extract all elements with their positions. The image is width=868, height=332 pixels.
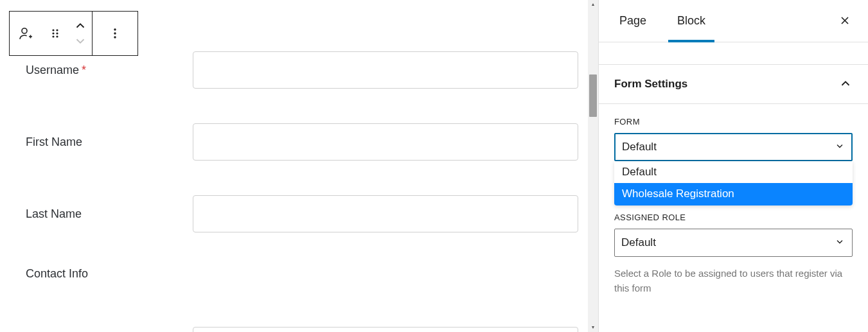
svg-point-7 xyxy=(114,28,116,30)
svg-point-2 xyxy=(56,29,58,31)
field-label: Last Name xyxy=(26,207,193,221)
editor-canvas: Username* First Name Last Name Contact I… xyxy=(0,0,588,332)
drag-handle-button[interactable] xyxy=(42,12,69,55)
email-input[interactable] xyxy=(193,327,578,332)
field-row-contactinfo: Contact Info xyxy=(26,267,578,281)
scroll-down-arrow[interactable]: ▾ xyxy=(588,323,598,332)
block-toolbar xyxy=(9,11,138,56)
more-vertical-icon xyxy=(107,26,123,41)
required-asterisk: * xyxy=(82,64,86,76)
firstname-input[interactable] xyxy=(193,123,578,161)
move-up-button[interactable] xyxy=(73,18,87,33)
svg-point-9 xyxy=(114,36,116,38)
tab-block[interactable]: Block xyxy=(668,0,714,42)
form-option-default[interactable]: Default xyxy=(614,161,853,183)
chevron-up-icon xyxy=(838,76,853,92)
svg-point-0 xyxy=(22,28,27,33)
assigned-role-select[interactable]: Default xyxy=(614,229,853,257)
close-sidebar-button[interactable] xyxy=(837,13,853,28)
block-icon-button[interactable] xyxy=(10,12,42,55)
form-fields: Username* First Name Last Name Contact I… xyxy=(26,51,578,332)
field-row-username: Username* xyxy=(26,51,578,89)
close-icon xyxy=(838,14,851,27)
lastname-input[interactable] xyxy=(193,195,578,232)
sidebar-tabs: Page Block xyxy=(599,0,868,42)
assigned-role-help: Select a Role to be assigned to users th… xyxy=(614,266,853,296)
user-plus-icon xyxy=(18,26,33,41)
svg-point-3 xyxy=(52,32,54,34)
tab-page[interactable]: Page xyxy=(610,0,655,42)
field-label: Username* xyxy=(26,64,193,77)
panel-body: FORM Default Default Wholesale Registrat… xyxy=(599,104,868,302)
scroll-up-arrow[interactable]: ▴ xyxy=(588,0,598,9)
svg-point-6 xyxy=(56,35,58,37)
form-select[interactable]: Default Default Wholesale Registration xyxy=(614,133,853,161)
assigned-role-value: Default xyxy=(621,236,656,249)
panel-toggle-form-settings[interactable]: Form Settings xyxy=(599,64,868,104)
more-options-button[interactable] xyxy=(93,12,137,55)
field-row-email: E-mail* xyxy=(26,327,578,332)
username-input[interactable] xyxy=(193,51,578,89)
svg-point-1 xyxy=(52,29,54,31)
form-select-dropdown: Default Wholesale Registration xyxy=(614,161,853,205)
scrollbar-thumb[interactable] xyxy=(589,74,597,117)
settings-sidebar: Page Block Form Settings FORM Default De… xyxy=(598,0,868,332)
field-row-lastname: Last Name xyxy=(26,195,578,232)
form-select-value: Default xyxy=(622,141,657,153)
panel-title: Form Settings xyxy=(614,78,687,91)
section-heading-label: Contact Info xyxy=(26,267,193,281)
field-label: First Name xyxy=(26,135,193,149)
form-option-wholesale[interactable]: Wholesale Registration xyxy=(614,183,853,205)
assigned-role-label: ASSIGNED ROLE xyxy=(614,213,853,222)
editor-scrollbar[interactable]: ▴ ▾ xyxy=(588,0,598,332)
move-down-button[interactable] xyxy=(73,33,87,49)
svg-point-4 xyxy=(56,32,58,34)
drag-handle-icon xyxy=(48,26,63,41)
svg-point-5 xyxy=(52,35,54,37)
svg-point-8 xyxy=(114,32,116,34)
form-select-label: FORM xyxy=(614,117,853,127)
chevron-down-icon xyxy=(73,34,87,48)
field-row-firstname: First Name xyxy=(26,123,578,161)
chevron-up-icon xyxy=(73,19,87,33)
